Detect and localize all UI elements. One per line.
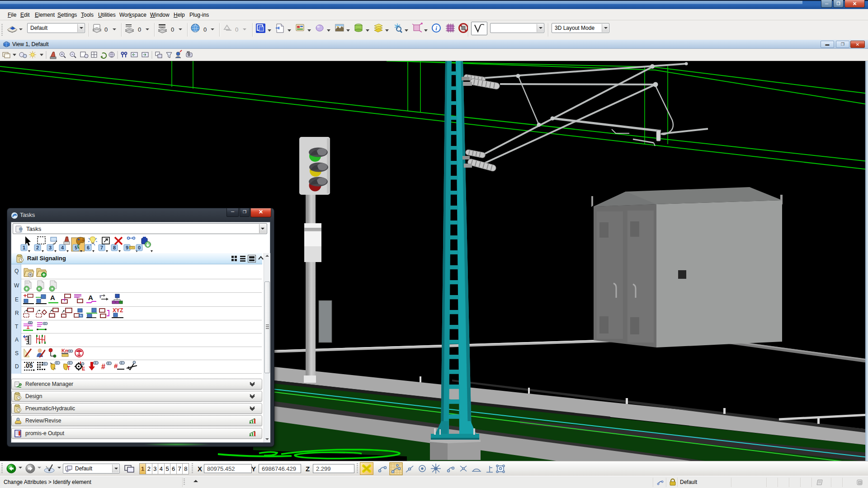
- svg-text:0: 0: [138, 245, 141, 250]
- svg-text:2: 2: [36, 245, 39, 250]
- svg-text:3: 3: [49, 245, 52, 250]
- svg-text:T: T: [67, 365, 71, 371]
- svg-text:6: 6: [87, 245, 90, 250]
- svg-text:.05: .05: [24, 362, 33, 369]
- svg-text:7: 7: [100, 245, 103, 250]
- svg-text:1: 1: [23, 245, 25, 250]
- svg-text:9: 9: [126, 245, 128, 250]
- svg-text:5: 5: [75, 245, 77, 250]
- svg-text:XYZ: XYZ: [113, 307, 123, 314]
- svg-text:A: A: [88, 294, 93, 301]
- svg-text:4: 4: [61, 245, 64, 250]
- svg-text:#: #: [114, 362, 118, 370]
- svg-text:E: E: [82, 366, 85, 371]
- svg-text:8: 8: [113, 245, 116, 250]
- svg-text:A: A: [50, 294, 55, 301]
- svg-text:i: i: [435, 25, 437, 32]
- svg-text:#: #: [101, 363, 105, 371]
